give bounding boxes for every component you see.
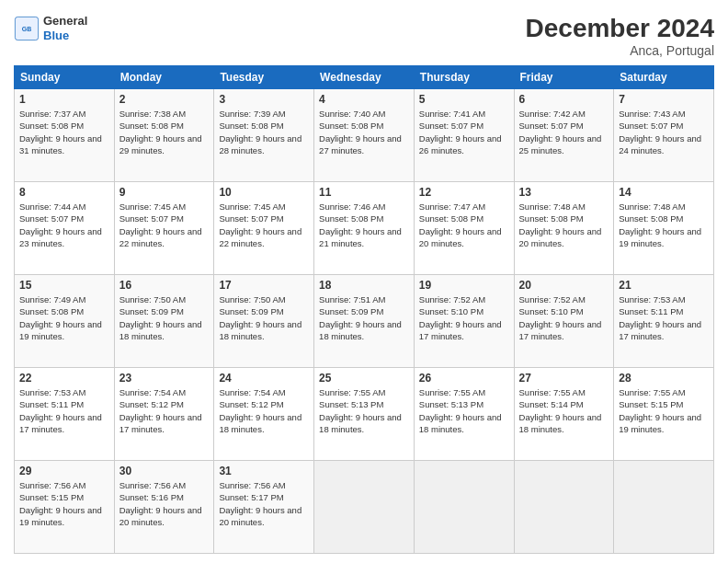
day-number: 10 — [219, 186, 309, 199]
sunset-label: Sunset: 5:15 PM — [619, 399, 683, 409]
day-info: Sunrise: 7:45 AM Sunset: 5:07 PM Dayligh… — [119, 201, 210, 249]
table-row: 12 Sunrise: 7:47 AM Sunset: 5:08 PM Dayl… — [414, 182, 514, 275]
sunrise-label: Sunrise: 7:50 AM — [219, 294, 285, 304]
calendar-body: 1 Sunrise: 7:37 AM Sunset: 5:08 PM Dayli… — [15, 89, 714, 554]
daylight-label: Daylight: 9 hours and 17 minutes. — [519, 319, 602, 341]
daylight-label: Daylight: 9 hours and 17 minutes. — [19, 412, 102, 434]
day-number: 20 — [519, 279, 609, 292]
day-number: 25 — [319, 372, 409, 385]
daylight-label: Daylight: 9 hours and 23 minutes. — [19, 226, 102, 248]
sunrise-label: Sunrise: 7:46 AM — [319, 201, 385, 212]
day-info: Sunrise: 7:47 AM Sunset: 5:08 PM Dayligh… — [419, 201, 509, 249]
calendar-row: 1 Sunrise: 7:37 AM Sunset: 5:08 PM Dayli… — [15, 89, 714, 182]
table-row: 18 Sunrise: 7:51 AM Sunset: 5:09 PM Dayl… — [314, 275, 415, 368]
table-row: 28 Sunrise: 7:55 AM Sunset: 5:15 PM Dayl… — [614, 368, 714, 461]
sunrise-label: Sunrise: 7:48 AM — [619, 201, 685, 212]
sunrise-label: Sunrise: 7:45 AM — [119, 201, 186, 212]
day-info: Sunrise: 7:50 AM Sunset: 5:09 PM Dayligh… — [219, 293, 309, 342]
table-row: 15 Sunrise: 7:49 AM Sunset: 5:08 PM Dayl… — [15, 275, 115, 368]
day-info: Sunrise: 7:54 AM Sunset: 5:12 PM Dayligh… — [119, 386, 210, 435]
sunset-label: Sunset: 5:07 PM — [419, 121, 483, 131]
day-info: Sunrise: 7:55 AM Sunset: 5:14 PM Dayligh… — [519, 386, 609, 435]
sunrise-label: Sunrise: 7:42 AM — [519, 109, 586, 119]
day-number: 8 — [19, 186, 109, 199]
table-row: 5 Sunrise: 7:41 AM Sunset: 5:07 PM Dayli… — [414, 89, 514, 182]
table-row: 13 Sunrise: 7:48 AM Sunset: 5:08 PM Dayl… — [514, 182, 614, 275]
day-info: Sunrise: 7:56 AM Sunset: 5:16 PM Dayligh… — [119, 479, 210, 528]
sunrise-label: Sunrise: 7:41 AM — [419, 109, 485, 119]
table-row: 21 Sunrise: 7:53 AM Sunset: 5:11 PM Dayl… — [614, 275, 714, 368]
table-row: 4 Sunrise: 7:40 AM Sunset: 5:08 PM Dayli… — [314, 89, 415, 182]
sunrise-label: Sunrise: 7:49 AM — [19, 294, 85, 304]
daylight-label: Daylight: 9 hours and 22 minutes. — [119, 226, 202, 248]
day-info: Sunrise: 7:51 AM Sunset: 5:09 PM Dayligh… — [319, 293, 409, 342]
table-row: 22 Sunrise: 7:53 AM Sunset: 5:11 PM Dayl… — [15, 368, 115, 461]
day-number: 14 — [619, 186, 709, 199]
day-number: 2 — [119, 93, 210, 106]
day-info: Sunrise: 7:55 AM Sunset: 5:15 PM Dayligh… — [619, 386, 709, 435]
daylight-label: Daylight: 9 hours and 18 minutes. — [119, 319, 202, 341]
sunset-label: Sunset: 5:15 PM — [19, 492, 84, 502]
logo-text: General Blue — [43, 14, 87, 42]
sunset-label: Sunset: 5:11 PM — [19, 399, 84, 409]
day-number: 4 — [319, 93, 409, 106]
calendar-table: Sunday Monday Tuesday Wednesday Thursday… — [14, 65, 714, 554]
day-info: Sunrise: 7:56 AM Sunset: 5:17 PM Dayligh… — [219, 479, 309, 528]
sunset-label: Sunset: 5:16 PM — [119, 492, 184, 502]
daylight-label: Daylight: 9 hours and 20 minutes. — [519, 226, 602, 248]
table-row — [514, 461, 614, 554]
calendar-row: 22 Sunrise: 7:53 AM Sunset: 5:11 PM Dayl… — [15, 368, 714, 461]
daylight-label: Daylight: 9 hours and 19 minutes. — [19, 505, 102, 527]
table-row: 16 Sunrise: 7:50 AM Sunset: 5:09 PM Dayl… — [114, 275, 214, 368]
day-info: Sunrise: 7:52 AM Sunset: 5:10 PM Dayligh… — [419, 293, 509, 342]
sunrise-label: Sunrise: 7:45 AM — [219, 201, 285, 212]
day-info: Sunrise: 7:39 AM Sunset: 5:08 PM Dayligh… — [219, 108, 309, 156]
sunset-label: Sunset: 5:08 PM — [19, 306, 84, 316]
sunrise-label: Sunrise: 7:53 AM — [19, 387, 85, 397]
col-friday: Friday — [514, 66, 614, 89]
day-number: 29 — [19, 465, 109, 477]
table-row: 6 Sunrise: 7:42 AM Sunset: 5:07 PM Dayli… — [514, 89, 614, 182]
day-info: Sunrise: 7:46 AM Sunset: 5:08 PM Dayligh… — [319, 201, 409, 249]
header: GB General Blue December 2024 Anca, Port… — [14, 14, 714, 58]
sunrise-label: Sunrise: 7:55 AM — [319, 387, 385, 397]
title-section: December 2024 Anca, Portugal — [526, 14, 714, 58]
daylight-label: Daylight: 9 hours and 20 minutes. — [419, 226, 502, 248]
day-number: 15 — [19, 279, 109, 292]
daylight-label: Daylight: 9 hours and 18 minutes. — [419, 412, 502, 434]
daylight-label: Daylight: 9 hours and 29 minutes. — [119, 133, 202, 155]
day-number: 7 — [619, 93, 709, 106]
sunset-label: Sunset: 5:07 PM — [519, 121, 584, 131]
daylight-label: Daylight: 9 hours and 24 minutes. — [619, 133, 701, 155]
day-info: Sunrise: 7:41 AM Sunset: 5:07 PM Dayligh… — [419, 108, 509, 156]
sunset-label: Sunset: 5:11 PM — [619, 306, 683, 316]
daylight-label: Daylight: 9 hours and 27 minutes. — [319, 133, 402, 155]
day-info: Sunrise: 7:45 AM Sunset: 5:07 PM Dayligh… — [219, 201, 309, 249]
daylight-label: Daylight: 9 hours and 17 minutes. — [619, 319, 701, 341]
day-info: Sunrise: 7:42 AM Sunset: 5:07 PM Dayligh… — [519, 108, 609, 156]
table-row: 8 Sunrise: 7:44 AM Sunset: 5:07 PM Dayli… — [15, 182, 115, 275]
calendar-row: 8 Sunrise: 7:44 AM Sunset: 5:07 PM Dayli… — [15, 182, 714, 275]
day-info: Sunrise: 7:43 AM Sunset: 5:07 PM Dayligh… — [619, 108, 709, 156]
sunrise-label: Sunrise: 7:56 AM — [219, 480, 285, 490]
daylight-label: Daylight: 9 hours and 17 minutes. — [419, 319, 502, 341]
sunset-label: Sunset: 5:07 PM — [19, 213, 84, 224]
day-info: Sunrise: 7:53 AM Sunset: 5:11 PM Dayligh… — [619, 293, 709, 342]
daylight-label: Daylight: 9 hours and 20 minutes. — [119, 505, 202, 527]
calendar-title: December 2024 — [526, 14, 714, 43]
day-number: 17 — [219, 279, 309, 292]
sunrise-label: Sunrise: 7:44 AM — [19, 201, 85, 212]
table-row: 25 Sunrise: 7:55 AM Sunset: 5:13 PM Dayl… — [314, 368, 415, 461]
table-row — [314, 461, 415, 554]
sunset-label: Sunset: 5:09 PM — [319, 306, 383, 316]
daylight-label: Daylight: 9 hours and 17 minutes. — [119, 412, 202, 434]
col-saturday: Saturday — [614, 66, 714, 89]
calendar-subtitle: Anca, Portugal — [526, 43, 714, 58]
logo-general: General — [43, 14, 87, 29]
table-row: 14 Sunrise: 7:48 AM Sunset: 5:08 PM Dayl… — [614, 182, 714, 275]
sunset-label: Sunset: 5:08 PM — [419, 213, 483, 224]
table-row — [414, 461, 514, 554]
table-row: 29 Sunrise: 7:56 AM Sunset: 5:15 PM Dayl… — [15, 461, 115, 554]
day-number: 12 — [419, 186, 509, 199]
day-number: 26 — [419, 372, 509, 385]
